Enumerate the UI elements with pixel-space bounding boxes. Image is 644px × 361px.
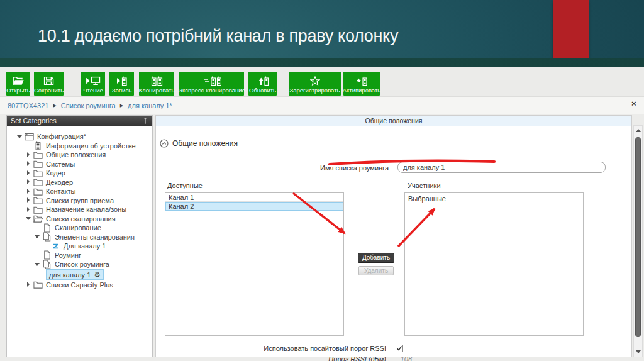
button-label: Обновить [249, 87, 276, 94]
vertical-scrollbar[interactable] [633, 125, 643, 357]
button-label: Зарегистрировать [290, 87, 340, 94]
tree-item-capacity-plus-lists[interactable]: Списки Capacity Plus [7, 280, 152, 290]
list-item-channel-1[interactable]: Канал 1 [165, 193, 343, 202]
express-clone-button[interactable]: Экспресс-клонирование [179, 72, 244, 96]
expander-icon[interactable] [26, 207, 33, 213]
expander-icon[interactable] [26, 189, 33, 194]
tree-item-rx-group-lists[interactable]: Списки групп приема [7, 196, 152, 206]
expander-icon[interactable] [26, 282, 33, 287]
folder-icon [33, 205, 43, 214]
tree-item-label: Списки Capacity Plus [46, 281, 113, 289]
clone-button[interactable]: Клонировать [139, 72, 174, 96]
list-item-channel-2-selected[interactable]: Канал 2 [165, 202, 343, 211]
button-label: Экспресс-клонирование [178, 87, 245, 94]
update-icon [257, 76, 269, 86]
collapse-caret-icon[interactable] [160, 139, 169, 148]
add-button[interactable]: Добавить [358, 253, 394, 263]
write-icon [116, 76, 128, 86]
close-icon[interactable]: × [631, 99, 636, 108]
tree-item-label: Элементы сканирования [55, 233, 135, 241]
update-button[interactable]: Обновить [248, 72, 277, 96]
rssi-threshold-value: -108 [398, 355, 412, 361]
tree-item-decoder[interactable]: Декодер [7, 178, 152, 187]
expander-slot [35, 225, 42, 231]
scan-list-icon [51, 242, 60, 251]
breadcrumb-item-device[interactable]: 807TQX4321 [8, 102, 48, 109]
expander-icon[interactable] [35, 262, 42, 267]
tree-item-scanning[interactable]: Сканирование [7, 223, 152, 233]
toolbar: Открыть Сохранить Чтение Запись Клониров… [0, 67, 644, 97]
per-site-rssi-label: Использовать посайтовый порог RSSI [257, 345, 386, 352]
tree-item-scan-lists[interactable]: Списки сканирования [7, 214, 152, 224]
tree-item-label: Для каналу 1 [64, 242, 106, 250]
tree-item-systems[interactable]: Системы [7, 160, 152, 169]
members-listbox[interactable]: Выбранные [404, 192, 584, 336]
breadcrumb: 807TQX4321 ▶ Список роуминга ▶ для канал… [0, 97, 644, 114]
expander-icon[interactable] [26, 170, 33, 176]
expander-icon[interactable] [26, 152, 33, 158]
folder-icon [33, 150, 43, 160]
pages-icon [42, 232, 52, 242]
button-label: Запись [112, 87, 131, 94]
available-listbox[interactable]: Канал 1 Канал 2 [165, 192, 344, 336]
open-button[interactable]: Открыть [6, 72, 30, 96]
expander-slot [26, 143, 33, 148]
tree-item-scan-for-channel-1[interactable]: Для каналу 1 [7, 242, 152, 251]
folder-icon [33, 280, 43, 289]
write-button[interactable]: Запись [109, 72, 134, 96]
save-button[interactable]: Сохранить [34, 72, 64, 96]
tree-item-general-settings[interactable]: Общие положения [7, 150, 152, 160]
save-icon [43, 76, 54, 86]
expander-slot [35, 252, 42, 258]
tree-item-label: Декодер [46, 179, 73, 186]
folder-icon [33, 159, 43, 169]
pages-icon [42, 260, 52, 269]
clone-icon [151, 76, 163, 86]
expander-slot [43, 243, 51, 249]
tree-item-encoder[interactable]: Кодер [7, 169, 152, 178]
tree-item-roaming[interactable]: Роуминг [7, 251, 152, 260]
section-divider [158, 160, 629, 160]
register-star-icon [310, 76, 320, 86]
roaming-list-name-input[interactable] [397, 162, 606, 173]
remove-button[interactable]: Удалить [358, 266, 394, 275]
page-icon [42, 250, 52, 260]
expander-icon[interactable] [35, 234, 42, 240]
scroll-up-icon[interactable] [636, 129, 641, 132]
button-label: Чтение [83, 87, 103, 94]
button-label: Клонировать [139, 87, 175, 94]
rssi-threshold-label: Порог RSSI (дБм) [257, 355, 386, 361]
tree-item-label: Кодер [46, 169, 65, 177]
slide-header: 10.1 додаємо потрібний канал в праву кол… [0, 0, 644, 58]
section-title: Общие положения [172, 139, 238, 148]
tree-item-device-information[interactable]: Информация об устройстве [7, 142, 152, 151]
scroll-down-icon[interactable] [636, 350, 641, 353]
expander-icon[interactable] [26, 179, 33, 185]
expander-icon[interactable] [26, 161, 33, 167]
page-icon [42, 223, 52, 233]
tree-item-roaming-list[interactable]: Список роуминга [7, 260, 152, 269]
tree-item-label: Назначение канала/зоны [46, 206, 126, 213]
activate-button[interactable]: Активировать [343, 72, 380, 96]
per-site-rssi-checkbox[interactable] [396, 345, 403, 352]
breadcrumb-item-current[interactable]: для каналу 1* [128, 102, 172, 109]
read-button[interactable]: Чтение [81, 72, 105, 96]
expander-icon[interactable] [17, 134, 25, 140]
slide-screenshot: { "slide": { "title": "10.1 додаємо потр… [0, 0, 644, 361]
expander-icon[interactable] [26, 197, 33, 203]
selected-tree-item[interactable]: для каналу 1 ⚙ [46, 269, 104, 280]
scrollbar-thumb[interactable] [635, 137, 641, 337]
tree-item-roaming-for-channel-1[interactable]: для каналу 1 ⚙ [7, 269, 152, 280]
activate-star-radio-icon [356, 76, 367, 86]
tree-item-scan-elements[interactable]: Элементы сканирования [7, 233, 152, 242]
tree-item-channel-zone-assignment[interactable]: Назначение канала/зоны [7, 205, 152, 214]
tree-item-configuration[interactable]: Конфигурация* [7, 132, 152, 142]
sidebar-header-label: Set Categories [11, 116, 57, 126]
breadcrumb-item-roaming-list[interactable]: Список роуминга [61, 102, 116, 109]
register-button[interactable]: Зарегистрировать [289, 72, 341, 96]
tree-item-contacts[interactable]: Контакты [7, 187, 152, 196]
expander-icon[interactable] [26, 216, 33, 221]
gear-icon[interactable]: ⚙ [94, 271, 101, 279]
tree-item-label: Списки групп приема [46, 197, 114, 204]
pin-icon[interactable] [142, 118, 148, 125]
